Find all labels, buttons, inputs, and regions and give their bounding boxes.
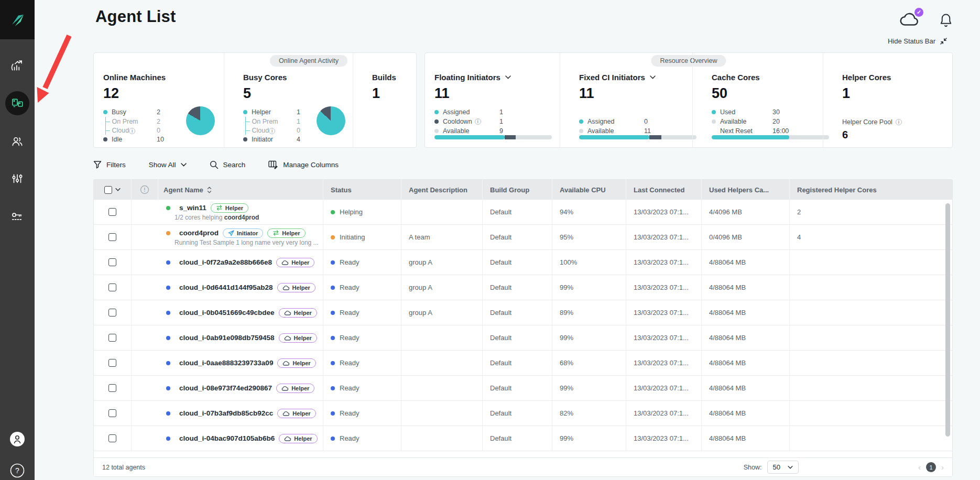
agent-name-cell[interactable]: s_win11Helper1/2 cores helping coord4pro… <box>132 200 323 224</box>
status-dot <box>331 210 335 214</box>
build-group-cell: Default <box>483 275 552 300</box>
search-button[interactable]: Search <box>210 160 246 169</box>
floating-initiators-title[interactable]: Floating Initiators <box>434 73 560 82</box>
row-checkbox[interactable] <box>108 359 116 367</box>
row-checkbox[interactable] <box>108 208 116 216</box>
agent-name-cell[interactable]: cloud_i-08e973f74ed290867Helper <box>132 376 323 400</box>
helper-cores-section: Helper Cores 1 Helper Core Pooli 6 <box>823 53 952 147</box>
row-select-cell <box>94 200 132 224</box>
row-checkbox[interactable] <box>108 258 116 266</box>
prev-page-button[interactable]: ‹ <box>918 463 921 471</box>
agent-status-dot <box>166 437 170 441</box>
busy-value: 2 <box>157 108 170 116</box>
cloud-badge: Helper <box>279 434 317 443</box>
agent-name-cell[interactable]: cloud_i-04bac907d105ab6b6Helper <box>132 426 323 451</box>
header-registered-helper-cores[interactable]: Registered Helper Cores <box>790 180 952 200</box>
last-connected-cell: 13/03/2023 07:1... <box>626 426 702 451</box>
avatar-icon <box>9 431 25 447</box>
info-icon[interactable]: i <box>129 128 135 134</box>
row-checkbox[interactable] <box>108 384 116 392</box>
idle-dot <box>103 137 107 141</box>
build-group-cell: Default <box>483 300 552 325</box>
info-icon[interactable]: i <box>896 119 902 125</box>
sidebar-item-agents[interactable] <box>5 91 29 115</box>
info-icon[interactable]: i <box>475 118 481 125</box>
header-select-all[interactable] <box>94 180 132 200</box>
table-toolbar: Filters Show All Search Manage Columns <box>93 156 953 173</box>
fixed-ci-initiators-title[interactable]: Fixed CI Initiators <box>579 73 692 82</box>
status-cell: Ready <box>323 376 401 400</box>
header-build-group[interactable]: Build Group <box>483 180 552 200</box>
app-logo[interactable] <box>0 0 35 39</box>
sidebar-item-dashboard[interactable] <box>10 59 24 72</box>
row-select-cell <box>94 325 132 350</box>
agent-name-cell[interactable]: cloud_i-0aae8883239733a09Helper <box>132 351 323 375</box>
header-last-connected[interactable]: Last Connected <box>626 180 702 200</box>
header-agent-name[interactable]: Agent Name <box>158 180 323 200</box>
header-agent-description[interactable]: Agent Description <box>401 180 483 200</box>
used-helpers-cell: 4/88064 MB <box>702 300 790 325</box>
build-group-cell: Default <box>483 376 552 400</box>
cloud-status-button[interactable]: ✓ <box>899 12 920 29</box>
next-page-button[interactable]: › <box>941 463 944 471</box>
row-checkbox[interactable] <box>108 283 116 291</box>
cloud-icon <box>284 310 291 315</box>
select-all-checkbox[interactable] <box>104 186 112 194</box>
fixed-ci-initiators-value: 11 <box>579 86 692 101</box>
header-used-helpers[interactable]: Used Helpers Ca... <box>702 180 790 200</box>
header-available-cpu[interactable]: Available CPU <box>552 180 626 200</box>
manage-columns-label: Manage Columns <box>283 161 339 169</box>
resource-overview-card: Resource Overview Floating Initiators 11… <box>424 52 953 148</box>
description-cell <box>401 325 483 350</box>
agent-name-cell[interactable]: cloud_i-0d6441d144f95ab28Helper <box>132 275 323 300</box>
row-checkbox[interactable] <box>108 434 116 442</box>
status-label: Ready <box>340 384 360 392</box>
agent-name-cell[interactable]: cloud_i-07b3af9db85cb92ccHelper <box>132 401 323 426</box>
agent-name-cell[interactable]: cloud_i-0ab91e098db759458Helper <box>132 325 323 350</box>
cloud-badge: Helper <box>277 358 315 368</box>
used-helpers-cell: 4/88064 MB <box>702 351 790 375</box>
agent-subtext: 1/2 cores helping coord4prod <box>175 214 259 221</box>
filters-button[interactable]: Filters <box>93 160 126 169</box>
info-icon[interactable]: i <box>269 128 275 134</box>
row-checkbox[interactable] <box>108 309 116 317</box>
table-row: cloud_i-0d6441d144f95ab28HelperReadygrou… <box>94 275 952 300</box>
row-checkbox[interactable] <box>108 409 116 417</box>
sort-icon[interactable] <box>207 187 212 193</box>
sidebar-item-users[interactable] <box>10 135 24 148</box>
agent-name: cloud_i-04bac907d105ab6b6 <box>179 434 275 442</box>
sidebar-item-help[interactable]: ? <box>10 463 25 478</box>
notifications-bell-icon[interactable] <box>939 13 953 28</box>
chevron-down-icon[interactable] <box>115 188 121 191</box>
agent-name-cell[interactable]: cloud_i-0f72a9a2e88b666e8Helper <box>132 250 323 275</box>
table-row: cloud_i-0b0451669c49cbdeeHelperReadygrou… <box>94 300 952 325</box>
agent-name-cell[interactable]: coord4prodInitiatorHelperRunning Test Sa… <box>132 225 323 249</box>
vertical-scrollbar[interactable] <box>945 203 950 437</box>
busy-dot <box>103 110 107 114</box>
build-group-cell: Default <box>483 351 552 375</box>
registered-helper-cores-cell <box>790 275 952 300</box>
row-select-cell <box>94 426 132 451</box>
header-status[interactable]: Status <box>323 180 401 200</box>
hide-status-bar-button[interactable]: Hide Status Bar <box>888 37 948 45</box>
manage-columns-button[interactable]: Manage Columns <box>268 160 339 169</box>
build-group-cell: Default <box>483 225 552 249</box>
show-all-dropdown[interactable]: Show All <box>149 161 187 169</box>
row-checkbox[interactable] <box>108 334 116 342</box>
cloud-label: Cloud <box>252 127 269 134</box>
filter-icon <box>93 160 102 169</box>
used-dot <box>712 110 716 114</box>
users-icon <box>10 135 24 148</box>
idle-value: 10 <box>157 136 170 143</box>
agent-name: cloud_i-0b0451669c49cbdee <box>179 309 275 317</box>
status-dot <box>331 286 335 290</box>
agent-name-cell[interactable]: cloud_i-0b0451669c49cbdeeHelper <box>132 300 323 325</box>
page-size-select[interactable]: 50 <box>767 461 799 474</box>
sidebar: ? <box>0 0 35 480</box>
agent-name: coord4prod <box>179 229 219 237</box>
helper-badge: Helper <box>211 203 248 213</box>
sidebar-item-account[interactable] <box>9 431 25 447</box>
sidebar-item-license[interactable] <box>10 210 24 224</box>
row-checkbox[interactable] <box>108 233 116 241</box>
sidebar-item-settings[interactable] <box>10 172 24 186</box>
